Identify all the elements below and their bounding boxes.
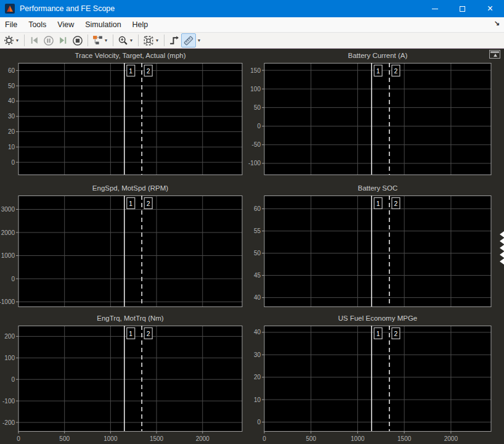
close-icon: × bbox=[487, 4, 493, 14]
plot-axes[interactable]: -1000010002000300012 bbox=[0, 195, 252, 320]
cursor-label: 1 bbox=[129, 330, 132, 337]
x-tick-label: 2000 bbox=[444, 435, 458, 442]
fit-to-view-button[interactable]: ▾ bbox=[141, 33, 161, 47]
chevron-down-icon: ▾ bbox=[154, 38, 160, 43]
pause-icon bbox=[43, 35, 54, 46]
zoom-in-button[interactable]: ▾ bbox=[116, 33, 136, 47]
cursor-label: 2 bbox=[147, 330, 150, 337]
cursor-label: 2 bbox=[147, 200, 150, 207]
menu-simulation[interactable]: Simulation bbox=[79, 17, 126, 33]
simulink-blocks-icon bbox=[92, 35, 103, 46]
minimize-button[interactable] bbox=[421, 0, 449, 17]
y-tick-label: -1000 bbox=[0, 298, 15, 305]
cursor-label: 2 bbox=[147, 67, 150, 75]
y-tick-label: 45 bbox=[254, 272, 261, 279]
stop-icon bbox=[72, 35, 83, 46]
x-tick-label: 500 bbox=[306, 435, 316, 442]
window-controls: × bbox=[421, 0, 504, 17]
x-tick-label: 2000 bbox=[196, 435, 210, 442]
minimize-icon bbox=[432, 9, 438, 9]
y-tick-label: -200 bbox=[2, 419, 15, 426]
pause-button[interactable] bbox=[41, 33, 56, 47]
y-tick-label: 0 bbox=[11, 276, 15, 282]
x-tick-label: 0 bbox=[17, 435, 20, 442]
y-tick-label: 30 bbox=[8, 113, 15, 120]
y-tick-label: 40 bbox=[8, 97, 15, 104]
stop-button[interactable] bbox=[70, 33, 85, 47]
y-tick-label: -100 bbox=[2, 398, 15, 405]
menu-help[interactable]: Help bbox=[127, 17, 154, 33]
toolbar-separator bbox=[113, 35, 113, 46]
zoom-in-icon bbox=[118, 35, 128, 46]
plots-grid: Trace Velocity, Target, Actual (mph)0102… bbox=[0, 49, 504, 444]
chevron-down-icon[interactable]: ▾ bbox=[196, 38, 201, 43]
cursor-measurements-button[interactable] bbox=[181, 33, 196, 47]
cursor-label: 1 bbox=[129, 67, 132, 75]
step-back-button[interactable] bbox=[27, 33, 41, 47]
y-tick-label: 2000 bbox=[1, 229, 15, 236]
x-tick-label: 1000 bbox=[104, 435, 118, 442]
matlab-scope-icon bbox=[5, 4, 15, 14]
plot-axes[interactable]: 404550556012 bbox=[252, 195, 504, 320]
maximize-button[interactable] bbox=[449, 0, 476, 17]
y-tick-label: 1000 bbox=[1, 252, 15, 259]
plot-title: Battery Current (A) bbox=[264, 52, 491, 59]
restore-panel-bar bbox=[490, 51, 499, 53]
gear-icon bbox=[4, 35, 14, 46]
ruler-icon bbox=[183, 35, 194, 46]
y-tick-label: 20 bbox=[8, 128, 15, 135]
menu-view[interactable]: View bbox=[52, 17, 79, 33]
maximize-icon bbox=[460, 6, 465, 12]
trigger-icon bbox=[169, 35, 179, 46]
plot-axes[interactable]: -200-1000100200050010001500200012 bbox=[0, 326, 252, 444]
titlebar: Performance and FE Scope × bbox=[0, 0, 504, 17]
y-tick-label: 100 bbox=[250, 86, 261, 92]
cursor-label: 1 bbox=[376, 67, 380, 75]
chevron-down-icon: ▾ bbox=[14, 38, 20, 43]
y-tick-label: -50 bbox=[252, 141, 261, 148]
cursor-label: 1 bbox=[376, 200, 380, 207]
y-tick-label: 0 bbox=[11, 376, 15, 383]
y-tick-label: 100 bbox=[4, 355, 15, 361]
cursor-label: 2 bbox=[394, 67, 398, 75]
x-tick-label: 1500 bbox=[150, 435, 164, 442]
toolbar-separator bbox=[164, 35, 165, 46]
y-tick-label: 0 bbox=[257, 419, 261, 426]
simulink-highlight-button[interactable]: ▾ bbox=[91, 33, 110, 47]
restore-panel-arrow bbox=[494, 54, 497, 57]
plot-axes[interactable]: -100-5005010015012 bbox=[252, 63, 504, 188]
x-tick-label: 0 bbox=[262, 435, 266, 442]
menu-tools[interactable]: Tools bbox=[23, 17, 52, 33]
plot-axes[interactable]: 010203040050010001500200012 bbox=[252, 326, 504, 444]
x-tick-label: 500 bbox=[59, 435, 70, 442]
y-tick-label: 50 bbox=[8, 83, 15, 89]
cursor-label: 1 bbox=[376, 330, 380, 337]
y-tick-label: 40 bbox=[254, 329, 261, 335]
y-tick-label: 40 bbox=[254, 294, 261, 301]
trigger-button[interactable] bbox=[167, 33, 181, 47]
y-tick-label: 50 bbox=[254, 104, 261, 111]
toolbar-separator bbox=[24, 35, 25, 46]
x-tick-label: 1500 bbox=[397, 435, 412, 442]
y-tick-label: 60 bbox=[254, 205, 261, 212]
x-tick-label: 1000 bbox=[351, 435, 365, 442]
chevron-down-icon: ▾ bbox=[103, 38, 108, 43]
y-tick-label: 0 bbox=[11, 159, 15, 166]
fit-to-view-icon bbox=[143, 35, 154, 46]
window-title: Performance and FE Scope bbox=[20, 4, 421, 13]
cursor-label: 2 bbox=[394, 200, 398, 207]
plot-title: Battery SOC bbox=[264, 184, 491, 192]
cursor-label: 1 bbox=[129, 200, 132, 207]
settings-button[interactable]: ▾ bbox=[2, 33, 22, 47]
plot-title: EngTrq, MotTrq (Nm) bbox=[18, 314, 242, 322]
step-forward-icon bbox=[58, 35, 68, 46]
dock-arrow-icon[interactable]: ↘ bbox=[494, 19, 500, 27]
close-button[interactable]: × bbox=[476, 0, 504, 17]
plot-axes[interactable]: 010203040506012 bbox=[0, 63, 252, 188]
y-tick-label: 20 bbox=[254, 374, 261, 380]
menubar: File Tools View Simulation Help ↘ bbox=[0, 17, 504, 33]
menu-file[interactable]: File bbox=[5, 17, 23, 33]
toolbar-separator bbox=[87, 35, 88, 46]
step-forward-button[interactable] bbox=[56, 33, 70, 47]
y-tick-label: 50 bbox=[254, 250, 261, 257]
